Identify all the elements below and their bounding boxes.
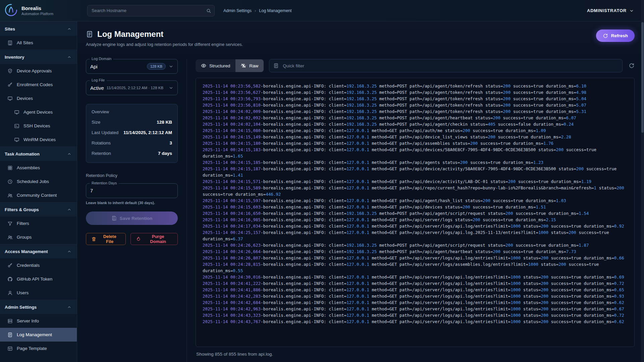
sidebar-item-enrollment-codes[interactable]: Enrollment Codes [0, 78, 77, 92]
sidebar-section-task-automation[interactable]: Task Automation [0, 146, 77, 161]
user-menu[interactable]: ADMINISTRATOR [587, 8, 634, 13]
sidebar-item-ssh-devices[interactable]: SSH Devices [0, 119, 77, 133]
controls-panel: Log Domain Api 128 KB Log File Active 11… [86, 59, 186, 362]
user-role-label: ADMINISTRATOR [587, 8, 627, 13]
log-output[interactable]: 2025-11-14 00:23:56,582-borealis.engine.… [196, 78, 635, 347]
chevron-up-icon [67, 207, 71, 212]
log-line: 2025-11-14 00:24:26,623-borealis.engine.… [203, 242, 628, 248]
clock-icon [7, 179, 13, 184]
breadcrumb-log-management[interactable]: Log Management [259, 8, 291, 13]
overview-row-retention: Retention 7 days [92, 151, 172, 156]
log-line: 2025-11-14 00:24:15,080-borealis.engine.… [203, 127, 628, 134]
log-file-meta: 11/14/2025, 2:12:12 AM · 128 KB [107, 86, 163, 90]
log-domain-select[interactable]: Log Domain Api 128 KB [86, 59, 178, 74]
log-line: 2025-11-14 00:24:15,597-borealis.engine.… [203, 197, 628, 204]
log-line: 2025-11-14 00:23:56,810-borealis.engine.… [203, 102, 628, 108]
sidebar-section-filters-groups[interactable]: Filters & Groups [0, 202, 77, 217]
search-input[interactable] [87, 5, 215, 16]
log-line: 2025-11-14 00:24:15,571-borealis.engine.… [203, 178, 628, 185]
sidebar-item-scheduled-jobs[interactable]: Scheduled Jobs [0, 175, 77, 188]
log-refresh-button[interactable] [629, 63, 635, 69]
log-domain-size-badge: 128 KB [147, 63, 166, 70]
save-retention-button[interactable]: Save Retention [86, 212, 178, 225]
sidebar-item-winrm-devices[interactable]: WinRM Devices [0, 133, 77, 146]
page-subtitle: Analyze engine logs and adjust log reten… [86, 42, 243, 47]
log-line: 2025-11-14 00:24:30,016-borealis.engine.… [203, 274, 628, 280]
chevron-up-icon [67, 27, 71, 31]
retention-days-label: Retention Days [90, 181, 119, 185]
sidebar-section-access-management[interactable]: Access Management [0, 244, 77, 258]
sidebar-item-agent-devices[interactable]: Agent Devices [0, 105, 77, 119]
sidebar-item-filters[interactable]: Filters [0, 217, 77, 230]
sidebar-item-credentials[interactable]: Credentials [0, 258, 77, 272]
log-line: 2025-11-14 00:24:15,183-borealis.engine.… [203, 146, 628, 159]
sidebar-item-all-sites[interactable]: All Sites [0, 36, 77, 50]
grid-icon [7, 165, 13, 171]
refresh-button-label: Refresh [611, 33, 628, 38]
log-file-value: Active [90, 85, 104, 91]
monitor-icon [7, 96, 13, 101]
server-icon [7, 318, 13, 324]
viewer-toolbar: Structured Raw [196, 59, 635, 72]
save-retention-label: Save Retention [120, 216, 153, 221]
sidebar-item-assemblies[interactable]: Assemblies [0, 161, 77, 175]
sidebar-section-inventory[interactable]: Inventory [0, 50, 77, 64]
refresh-button[interactable]: Refresh [596, 29, 635, 42]
raw-view-button[interactable]: Raw [235, 59, 264, 72]
log-domain-value: Api [90, 64, 98, 69]
sidebar-item-log-management[interactable]: Log Management [0, 328, 77, 342]
sidebar-item-device-approvals[interactable]: Device Approvals [0, 64, 77, 78]
github-icon [7, 277, 13, 282]
retention-policy-heading: Retention Policy [86, 173, 178, 178]
log-line: 2025-11-14 00:24:16,650-borealis.engine.… [203, 210, 628, 217]
log-line: 2025-11-14 00:24:43,323-borealis.engine.… [203, 312, 628, 318]
breadcrumb-admin-settings[interactable]: Admin Settings [223, 8, 252, 13]
building-icon [7, 40, 13, 46]
log-line: 2025-11-14 00:24:02,104-borealis.engine.… [203, 121, 628, 127]
retention-days-field: Retention Days [86, 183, 178, 198]
users-icon [7, 235, 13, 240]
hostname-search [87, 5, 215, 16]
log-line: 2025-11-14 00:23:56,582-borealis.engine.… [203, 83, 628, 89]
log-line: 2025-11-14 00:24:02,092-borealis.engine.… [203, 115, 628, 121]
sidebar: SitesAll SitesInventoryDevice ApprovalsE… [0, 21, 77, 362]
sidebar-item-groups[interactable]: Groups [0, 230, 77, 244]
log-line: 2025-11-14 00:24:42,963-borealis.engine.… [203, 306, 628, 312]
file-text-icon [7, 332, 13, 338]
log-line: 2025-11-14 00:24:41,222-borealis.engine.… [203, 280, 628, 287]
monitor-icon [14, 137, 19, 142]
chevron-down-icon [169, 64, 173, 69]
delete-file-button[interactable]: Delete File [86, 233, 126, 245]
overview-row-last-updated: Last Updated 11/14/2025, 2:12:12 AM [92, 130, 172, 135]
chevron-up-icon [67, 249, 71, 254]
page-scrollbar[interactable] [641, 0, 644, 362]
sidebar-section-sites[interactable]: Sites [0, 21, 77, 36]
page-scrollbar-thumb[interactable] [641, 22, 644, 133]
terminal-icon [14, 123, 19, 129]
breadcrumb-separator: › [255, 8, 256, 13]
log-file-select[interactable]: Log File Active 11/14/2025, 2:12:12 AM ·… [86, 80, 178, 95]
flame-icon [136, 236, 141, 242]
view-mode-toggle: Structured Raw [196, 59, 264, 72]
retention-days-input[interactable] [90, 188, 173, 193]
sidebar-item-server-info[interactable]: Server Info [0, 314, 77, 328]
user-icon [7, 290, 13, 296]
sidebar-item-page-template[interactable]: Page Template [0, 342, 77, 355]
brand[interactable]: Borealis Automation Platform [0, 3, 77, 18]
danger-actions: Delete File Purge Domain [86, 233, 178, 245]
search-icon [206, 8, 211, 13]
log-line: 2025-11-14 00:24:43,767-borealis.engine.… [203, 318, 628, 325]
overview-row-size: Size 128 KB [92, 120, 172, 125]
key-icon [7, 82, 13, 87]
sidebar-item-community-content[interactable]: Community Content [0, 188, 77, 202]
log-file-icon [273, 63, 279, 68]
sidebar-item-devices[interactable]: Devices [0, 92, 77, 105]
monitor-icon [14, 110, 19, 115]
sidebar-section-admin-settings[interactable]: Admin Settings [0, 300, 77, 314]
quick-filter-input[interactable] [269, 59, 623, 72]
purge-domain-button[interactable]: Purge Domain [130, 233, 178, 245]
structured-view-button[interactable]: Structured [196, 59, 235, 72]
sidebar-item-users[interactable]: Users [0, 286, 77, 300]
sidebar-item-github-api-token[interactable]: GitHub API Token [0, 272, 77, 286]
log-line: 2025-11-14 00:24:42,283-borealis.engine.… [203, 293, 628, 299]
